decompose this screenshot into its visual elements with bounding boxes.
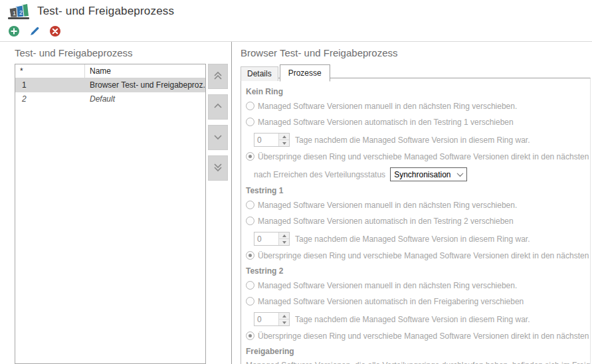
radio-label: Managed Software Versionen automatisch i… [258, 118, 514, 127]
table-row[interactable]: 1Browser Test- und Freigabeproz... [15, 78, 205, 92]
toolbar [8, 25, 61, 37]
radio-label: Managed Software Versionen automatisch i… [258, 217, 514, 226]
spinner-row: 0Tage nachdem die Managed Software Versi… [254, 312, 590, 326]
chevron-down-icon [456, 170, 463, 177]
radio-icon [246, 201, 254, 209]
spinner-buttons [278, 232, 289, 245]
triangle-up-icon [282, 234, 286, 237]
radio-label: Managed Software Versionen manuell in de… [258, 102, 517, 111]
move-up-button[interactable] [208, 94, 228, 120]
radio-dot [248, 254, 252, 257]
pencil-icon [29, 25, 41, 37]
tab-page-prozesse: Kein RingManaged Software Versionen manu… [241, 78, 591, 364]
edit-button[interactable] [29, 25, 41, 37]
radio-label: Überspringe diesen Ring und verschiebe M… [258, 152, 591, 161]
move-last-button[interactable] [208, 155, 228, 181]
radio-label: Managed Software Versionen manuell in de… [258, 201, 517, 210]
radio-dot [248, 334, 252, 337]
spinner-up-button[interactable] [279, 134, 289, 139]
spinner-down-button[interactable] [279, 319, 289, 325]
spinner-buttons [278, 134, 289, 146]
svg-text:2: 2 [19, 9, 23, 16]
dropdown-selected-value: Synchronisation [394, 170, 450, 179]
days-spinner-input[interactable]: 0 [254, 312, 290, 326]
radio-option[interactable]: Überspringe diesen Ring und verschiebe M… [246, 331, 590, 341]
spinner-up-button[interactable] [279, 313, 289, 319]
radio-option[interactable]: Managed Software Versionen automatisch i… [246, 296, 590, 306]
chevron-up-icon [213, 102, 223, 113]
chevrons-up-icon [213, 71, 223, 82]
spinner-suffix-label: Tage nachdem die Managed Software Versio… [295, 315, 530, 324]
process-list-table: * Name 1Browser Test- und Freigabeproz..… [15, 64, 206, 364]
row-order-cell: 2 [15, 92, 85, 106]
radio-label: Managed Software Versionen automatisch i… [258, 297, 524, 306]
radio-option[interactable]: Managed Software Versionen manuell in de… [246, 280, 590, 290]
reorder-buttons [208, 64, 228, 181]
radio-dot [248, 155, 252, 158]
spinner-row: 0Tage nachdem die Managed Software Versi… [254, 133, 590, 147]
radio-label: Überspringe diesen Ring und verschiebe M… [258, 331, 591, 341]
verteilungsstatus-dropdown[interactable]: Synchronisation [390, 167, 466, 181]
section-title: Testring 2 [246, 266, 590, 276]
app-header: 1 2 Test- und Freigabeprozess [7, 3, 174, 20]
tab-details[interactable]: Details [241, 66, 278, 81]
rings-app-icon: 1 2 [7, 3, 31, 20]
spinner-row: 0Tage nachdem die Managed Software Versi… [254, 232, 590, 246]
plus-circle-icon [8, 25, 20, 37]
table-header-row: * Name [15, 64, 205, 78]
radio-option[interactable]: Managed Software Versionen automatisch i… [246, 117, 590, 127]
row-name-cell: Browser Test- und Freigabeproz... [85, 78, 205, 92]
spinner-suffix-label: Tage nachdem die Managed Software Versio… [295, 136, 530, 145]
toolbar-separator [0, 41, 592, 42]
section-title: Freigabering [246, 347, 590, 356]
radio-icon [246, 281, 254, 290]
triangle-down-icon [282, 241, 286, 244]
chevrons-down-icon [213, 163, 223, 174]
panel-divider [231, 42, 232, 364]
days-spinner-input[interactable]: 0 [254, 232, 290, 246]
radio-label: Managed Software Versionen manuell in de… [258, 281, 517, 290]
section-title: Testring 1 [246, 186, 590, 195]
radio-option[interactable]: Überspringe diesen Ring und verschiebe M… [246, 151, 590, 161]
page-title: Test- und Freigabeprozess [37, 5, 174, 18]
column-header-name[interactable]: Name [85, 64, 205, 78]
left-panel-heading: Test- und Freigabeprozess [15, 47, 133, 58]
triangle-up-icon [282, 315, 286, 318]
detail-panel-heading: Browser Test- und Freigabeprozess [241, 47, 398, 58]
triangle-up-icon [282, 136, 286, 138]
radio-option[interactable]: Managed Software Versionen manuell in de… [246, 101, 590, 111]
row-order-cell: 1 [15, 78, 85, 92]
spinner-value: 0 [254, 313, 278, 325]
dropdown-label: nach Erreichen des Verteilungsstatus [254, 170, 385, 179]
move-first-button[interactable] [208, 64, 228, 89]
row-name-cell: Default [85, 92, 205, 106]
spinner-up-button[interactable] [279, 232, 289, 238]
spinner-value: 0 [254, 232, 278, 245]
table-row[interactable]: 2Default [15, 92, 205, 106]
x-circle-icon [49, 25, 61, 37]
section-description: Managed Software Versionen, die alle Ver… [246, 361, 590, 364]
radio-icon [246, 297, 254, 306]
spinner-buttons [278, 313, 289, 325]
radio-icon [246, 331, 254, 340]
radio-label: Überspringe diesen Ring und verschiebe M… [258, 251, 591, 260]
delete-button[interactable] [49, 25, 61, 37]
move-down-button[interactable] [208, 125, 228, 150]
table-body: 1Browser Test- und Freigabeproz...2Defau… [15, 78, 205, 106]
add-button[interactable] [8, 25, 20, 37]
days-spinner-input[interactable]: 0 [254, 133, 290, 147]
spinner-suffix-label: Tage nachdem die Managed Software Versio… [295, 234, 530, 244]
radio-icon [246, 102, 254, 110]
spinner-down-button[interactable] [279, 238, 289, 245]
tab-prozesse[interactable]: Prozesse [280, 64, 330, 82]
column-header-order[interactable]: * [15, 64, 85, 78]
radio-option[interactable]: Überspringe diesen Ring und verschiebe M… [246, 250, 590, 260]
spinner-down-button[interactable] [279, 139, 289, 146]
radio-option[interactable]: Managed Software Versionen manuell in de… [246, 200, 590, 210]
radio-icon [246, 118, 254, 126]
radio-icon [246, 217, 254, 225]
chevron-down-icon [213, 132, 223, 143]
radio-option[interactable]: Managed Software Versionen automatisch i… [246, 216, 590, 226]
spinner-value: 0 [254, 134, 278, 146]
tab-strip: DetailsProzesse [241, 64, 332, 81]
